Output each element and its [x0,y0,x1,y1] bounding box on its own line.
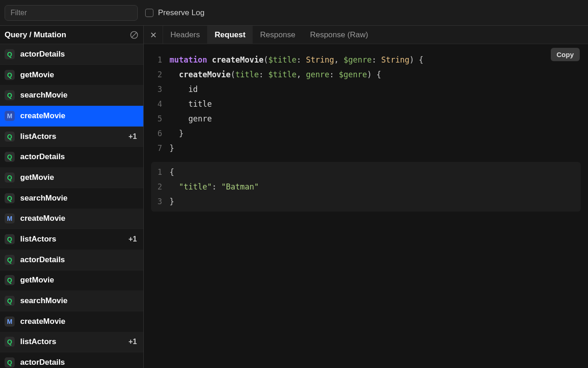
operation-item[interactable]: QsearchMovie [0,85,143,106]
operation-name: createMovie [20,111,139,121]
operation-item[interactable]: QactorDetails [0,250,143,270]
clear-icon[interactable] [130,30,139,40]
query-badge-icon: Q [5,357,15,368]
operation-name: listActors [20,337,123,346]
code-line: 2 createMovie(title: $title, genre: $gen… [151,67,581,82]
svg-line-1 [132,33,136,37]
operation-name: getMovie [20,70,139,80]
code-line: 5 genre [151,111,581,126]
query-badge-icon: Q [5,172,15,183]
detail-panel: HeadersRequestResponseResponse (Raw) Cop… [144,26,588,368]
query-badge-icon: Q [5,234,15,244]
operation-name: searchMovie [20,194,139,203]
operation-name: listActors [20,235,123,244]
operation-name: actorDetails [20,358,139,367]
operation-extra-count: +1 [129,235,139,243]
operation-name: actorDetails [20,50,139,59]
tab-request[interactable]: Request [207,26,253,44]
tab-headers[interactable]: Headers [163,26,207,44]
code-line: 4 title [151,97,581,111]
operation-item[interactable]: QactorDetails [0,147,143,167]
operation-name: getMovie [20,173,139,182]
tab-response[interactable]: Response [253,26,303,44]
operation-item[interactable]: McreateMovie [0,106,143,126]
code-line: 3} [151,194,581,209]
query-badge-icon: Q [5,152,15,162]
sidebar-header: Query / Mutation [0,26,143,44]
operation-name: getMovie [20,276,139,285]
operation-name: actorDetails [20,152,139,161]
request-query-code: 1mutation createMovie($title: String, $g… [151,52,581,155]
operation-name: searchMovie [20,91,139,100]
operation-name: listActors [20,132,123,141]
operation-name: createMovie [20,214,139,223]
close-icon[interactable] [144,26,163,44]
sidebar: Query / Mutation QactorDetailsQgetMovieQ… [0,26,144,368]
tab-response-raw-[interactable]: Response (Raw) [303,26,376,44]
query-badge-icon: Q [5,193,15,203]
operation-name: searchMovie [20,296,139,305]
operation-name: actorDetails [20,255,139,264]
query-badge-icon: Q [5,255,15,265]
detail-body: Copy 1mutation createMovie($title: Strin… [144,44,588,368]
query-badge-icon: Q [5,275,15,285]
operation-item[interactable]: QsearchMovie [0,291,143,311]
query-badge-icon: Q [5,49,15,59]
operation-item[interactable]: McreateMovie [0,311,143,332]
operation-item[interactable]: QlistActors+1 [0,126,143,147]
operation-item[interactable]: QgetMovie [0,65,143,86]
code-line: 6 } [151,126,581,141]
operation-extra-count: +1 [129,132,139,141]
operation-item[interactable]: QactorDetails [0,44,143,65]
query-badge-icon: Q [5,70,15,80]
query-badge-icon: Q [5,337,15,347]
operation-item[interactable]: QgetMovie [0,167,143,188]
operation-name: createMovie [20,317,139,326]
preserve-log-label: Preserve Log [158,8,204,17]
operation-item[interactable]: QgetMovie [0,270,143,291]
mutation-badge-icon: M [5,111,15,121]
query-badge-icon: Q [5,132,15,142]
operation-item[interactable]: QactorDetails [0,352,143,368]
code-line: 1{ [151,165,581,179]
preserve-log-toggle[interactable]: Preserve Log [145,8,204,17]
query-badge-icon: Q [5,296,15,306]
operation-item[interactable]: QsearchMovie [0,188,143,209]
request-variables-code: 1{2 "title": "Batman"3} [151,162,581,212]
mutation-badge-icon: M [5,316,15,327]
code-line: 7} [151,141,581,155]
copy-button[interactable]: Copy [551,48,580,61]
operation-item[interactable]: QlistActors+1 [0,229,143,250]
code-line: 2 "title": "Batman" [151,179,581,194]
checkbox-icon[interactable] [145,9,153,17]
filter-input[interactable] [5,5,138,21]
mutation-badge-icon: M [5,213,15,224]
operation-item[interactable]: McreateMovie [0,209,143,230]
top-toolbar: Preserve Log [0,0,588,26]
query-badge-icon: Q [5,90,15,100]
sidebar-title: Query / Mutation [5,30,66,40]
code-line: 3 id [151,82,581,97]
code-line: 1mutation createMovie($title: String, $g… [151,52,581,67]
operation-item[interactable]: QlistActors+1 [0,332,143,353]
operation-extra-count: +1 [129,338,139,346]
detail-tabs: HeadersRequestResponseResponse (Raw) [144,26,588,44]
operation-list: QactorDetailsQgetMovieQsearchMovieMcreat… [0,44,143,368]
